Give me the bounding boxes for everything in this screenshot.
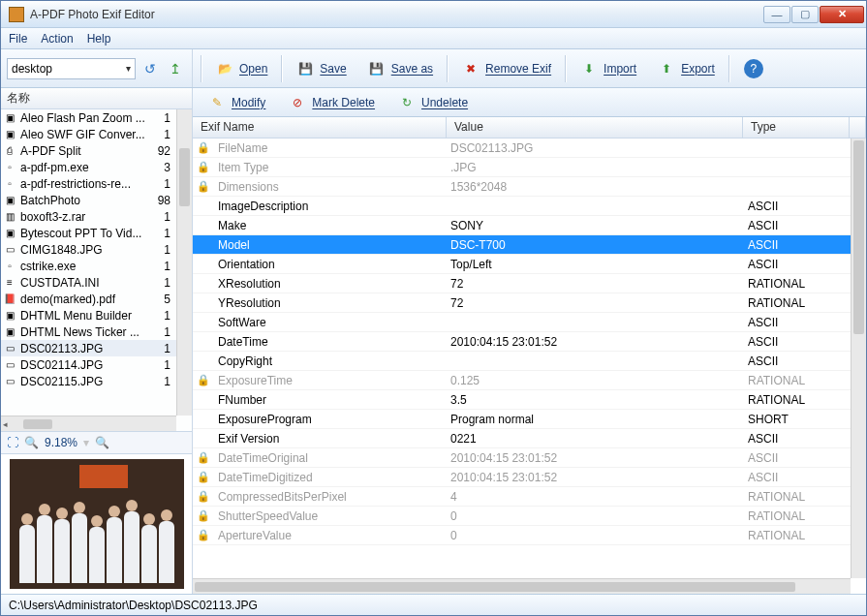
exif-row[interactable]: 🔒CompressedBitsPerPixel4RATIONAL <box>193 487 851 507</box>
exif-name: CompressedBitsPerPixel <box>214 490 447 504</box>
file-list-item[interactable]: ▣Bytescout PPT To Vid...1 <box>1 225 176 241</box>
exif-row[interactable]: Exif Version0221ASCII <box>193 429 851 448</box>
file-count: 1 <box>155 210 174 224</box>
file-count: 1 <box>155 325 174 339</box>
file-type-icon: ▫ <box>3 177 16 191</box>
exif-name: Item Type <box>214 161 447 174</box>
exif-row[interactable]: ImageDescriptionASCII <box>193 197 851 216</box>
col-exif-name[interactable]: Exif Name <box>193 117 447 138</box>
exif-name: DateTimeDigitized <box>214 471 447 484</box>
grid-hscrollbar[interactable] <box>193 578 851 594</box>
exif-row[interactable]: FNumber3.5RATIONAL <box>193 390 851 410</box>
help-icon: ? <box>744 59 763 78</box>
exif-value: DSC02113.JPG <box>447 141 744 155</box>
close-button[interactable]: ✕ <box>820 6 864 23</box>
file-list-item[interactable]: ▥boxoft3-z.rar1 <box>1 208 176 225</box>
exif-name: ApertureValue <box>214 529 447 542</box>
sidebar-header: 名称 <box>1 88 192 109</box>
file-list-item[interactable]: ▣BatchPhoto98 <box>1 192 176 208</box>
modify-button[interactable]: ✎Modify <box>199 89 275 116</box>
exif-row[interactable]: SoftWareASCII <box>193 313 851 332</box>
file-list-item[interactable]: ▫a-pdf-restrictions-re...1 <box>1 175 176 192</box>
exif-row[interactable]: CopyRightASCII <box>193 352 851 371</box>
col-value[interactable]: Value <box>447 117 743 138</box>
file-name: Aleo Flash Pan Zoom ... <box>20 111 151 125</box>
sidebar-hscrollbar[interactable]: ◂ <box>1 416 176 431</box>
file-count: 1 <box>155 358 174 372</box>
remove-exif-button[interactable]: ✖Remove Exif <box>452 55 561 82</box>
file-list-item[interactable]: 📕demo(marked).pdf5 <box>1 291 176 307</box>
exif-row[interactable]: 🔒DateTimeDigitized2010:04:15 23:01:52ASC… <box>193 468 851 487</box>
file-count: 98 <box>155 194 174 207</box>
file-list-item[interactable]: ▫a-pdf-pm.exe3 <box>1 159 176 175</box>
exif-type: ASCII <box>744 335 851 349</box>
help-button[interactable]: ? <box>734 55 773 82</box>
minimize-button[interactable]: — <box>763 6 790 23</box>
file-list-item[interactable]: ≡CUSTDATA.INI1 <box>1 274 176 291</box>
file-list-item[interactable]: ▭DSC02115.JPG1 <box>1 373 176 389</box>
exif-value: Top/Left <box>447 258 744 271</box>
file-list-item[interactable]: ▣Aleo SWF GIF Conver...1 <box>1 126 176 142</box>
exif-value: DSC-T700 <box>447 238 744 252</box>
export-button[interactable]: ⬆Export <box>648 55 725 82</box>
save-button[interactable]: 💾Save <box>287 55 356 82</box>
file-type-icon: 📕 <box>3 293 16 306</box>
exif-row[interactable]: ExposureProgramProgram normalSHORT <box>193 410 851 429</box>
file-list-item[interactable]: ▫cstrike.exe1 <box>1 258 176 274</box>
grid-vscrollbar[interactable] <box>851 139 866 578</box>
refresh-button[interactable]: ↺ <box>139 58 161 79</box>
preview-pane <box>1 454 192 594</box>
col-type[interactable]: Type <box>743 117 850 138</box>
exif-row[interactable]: DateTime2010:04:15 23:01:52ASCII <box>193 332 851 352</box>
exif-row[interactable]: OrientationTop/LeftASCII <box>193 255 851 274</box>
save-as-button[interactable]: 💾Save as <box>358 55 443 82</box>
exif-row[interactable]: YResolution72RATIONAL <box>193 293 851 313</box>
lock-icon: 🔒 <box>193 180 214 193</box>
preview-image <box>10 459 184 589</box>
exif-row[interactable]: 🔒ExposureTime0.125RATIONAL <box>193 371 851 390</box>
exif-row[interactable]: 🔒Dimensions1536*2048 <box>193 177 851 197</box>
menu-action[interactable]: Action <box>41 32 73 46</box>
file-list-item[interactable]: ▭CIMG1848.JPG1 <box>1 241 176 258</box>
exif-row[interactable]: 🔒DateTimeOriginal2010:04:15 23:01:52ASCI… <box>193 448 851 468</box>
folder-combo[interactable]: desktop <box>7 58 136 79</box>
file-list-item[interactable]: ▣Aleo Flash Pan Zoom ...1 <box>1 109 176 126</box>
exif-row[interactable]: 🔒ApertureValue0RATIONAL <box>193 526 851 545</box>
zoom-level: 9.18% <box>45 436 77 449</box>
exif-row[interactable]: 🔒FileNameDSC02113.JPG <box>193 139 851 158</box>
menu-file[interactable]: File <box>9 32 27 46</box>
mark-delete-button[interactable]: ⊘Mark Delete <box>279 89 385 116</box>
exif-name: ShutterSpeedValue <box>214 509 447 523</box>
maximize-button[interactable]: ▢ <box>791 6 819 23</box>
file-list-item[interactable]: ▭DSC02114.JPG1 <box>1 356 176 373</box>
fit-icon[interactable]: ⛶ <box>7 436 18 449</box>
file-type-icon: ▭ <box>3 358 16 372</box>
exif-row[interactable]: 🔒Item Type.JPG <box>193 158 851 177</box>
exif-value: 1536*2048 <box>447 180 744 194</box>
file-count: 3 <box>155 161 174 174</box>
sidebar-vscrollbar[interactable] <box>176 109 192 416</box>
up-folder-button[interactable]: ↥ <box>165 58 186 79</box>
exif-row[interactable]: MakeSONYASCII <box>193 216 851 235</box>
file-list-item[interactable]: ▣DHTML News Ticker ...1 <box>1 323 176 340</box>
import-button[interactable]: ⬇Import <box>571 55 646 82</box>
open-button[interactable]: 📂Open <box>206 55 277 82</box>
exif-row[interactable]: ModelDSC-T700ASCII <box>193 235 851 255</box>
exif-row[interactable]: XResolution72RATIONAL <box>193 274 851 293</box>
zoom-out-icon[interactable]: 🔍 <box>95 436 109 449</box>
file-list-item[interactable]: ⎙A-PDF Split92 <box>1 142 176 159</box>
exif-name: FileName <box>214 141 447 155</box>
pencil-icon: ✎ <box>208 94 226 111</box>
menu-help[interactable]: Help <box>87 32 111 46</box>
undelete-button[interactable]: ↻Undelete <box>388 89 478 116</box>
exif-name: SoftWare <box>214 316 447 329</box>
zoom-in-icon[interactable]: 🔍 <box>24 436 39 449</box>
exif-name: XResolution <box>214 277 447 291</box>
lock-icon: 🔒 <box>193 471 214 483</box>
file-list-item[interactable]: ▣DHTML Menu Builder1 <box>1 307 176 323</box>
file-count: 1 <box>155 342 174 355</box>
exif-value: Program normal <box>447 413 744 426</box>
file-list-item[interactable]: ▭DSC02113.JPG1 <box>1 340 176 356</box>
exif-row[interactable]: 🔒ShutterSpeedValue0RATIONAL <box>193 507 851 526</box>
file-name: a-pdf-restrictions-re... <box>20 177 151 191</box>
